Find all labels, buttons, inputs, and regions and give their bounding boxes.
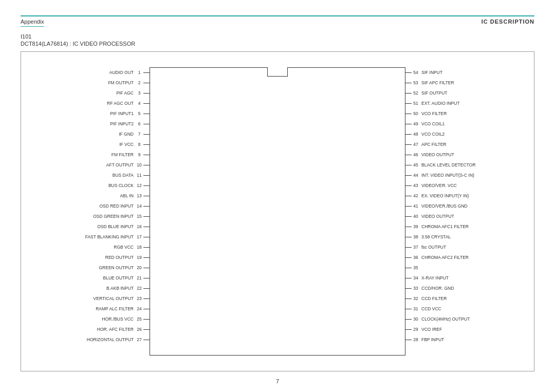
pin-line [405, 114, 412, 114]
pin-number: 27 [135, 337, 143, 342]
pin-number: 45 [412, 162, 420, 167]
pin-label: X-RAY INPUT [421, 275, 449, 281]
pin-label: FM OUTPUT [108, 80, 134, 85]
pin-number: 19 [135, 255, 143, 260]
pin-number: 17 [135, 234, 143, 239]
pin-number: 7 [135, 132, 143, 137]
pin-line [143, 196, 150, 196]
pin-number: 32 [412, 296, 420, 301]
pin-number: 51 [412, 101, 420, 106]
pin-number: 46 [412, 152, 420, 157]
ic-diagram: AUDIO OUT1FM OUTPUT2PIF AGC3RF AGC OUT4P… [36, 67, 519, 356]
component-info: I101 DCT814(LA76814) : IC VIDEO PROCESSO… [21, 33, 135, 47]
pin-row-right: 35 [405, 263, 519, 273]
pin-line [405, 144, 412, 145]
pin-number: 20 [135, 265, 143, 270]
pin-number: 37 [412, 245, 420, 250]
pin-row-left: OSD RED INPUT14 [36, 201, 150, 211]
pin-number: 28 [412, 337, 420, 342]
pin-label: EXT. AUDIO INPUT [421, 101, 460, 106]
pin-label: VIDEO OUTPUT [421, 152, 454, 157]
pin-number: 25 [135, 316, 143, 322]
pin-line [405, 329, 412, 330]
pin-number: 41 [412, 203, 420, 209]
pin-label: VCO IREF [421, 327, 442, 332]
pin-number: 42 [412, 193, 420, 198]
pin-number: 9 [135, 152, 143, 157]
pin-line [143, 155, 150, 155]
pin-label: PIF INPUT2 [110, 121, 134, 126]
pin-row-right: 44INT. VIDEO INPUT(S-C IN) [405, 170, 519, 180]
pin-line [405, 196, 412, 196]
pin-row-right: 33CCD/HOR. GND [405, 283, 519, 293]
pin-label: VIDEO OUTPUT [421, 214, 454, 219]
pin-row-left: OSD BLUE INPUT16 [36, 221, 150, 232]
pin-label: VERTICAL OUTPUT [94, 296, 134, 301]
pin-label: CLOCK(4MHz) OUTPUT [421, 316, 470, 322]
pin-row-right: 54SIF INPUT [405, 67, 519, 78]
pin-row-right: 29VCO IREF [405, 324, 519, 334]
pin-line [405, 340, 412, 340]
header-right-text: IC DESCRIPTION [482, 18, 534, 25]
pin-label: OSD GREEN INPUT [93, 214, 134, 219]
pin-label: HOR. AFC FILTER [97, 327, 134, 332]
pin-label: SIF APC FILTER [421, 80, 454, 85]
pin-label: BUS CLOCK [108, 183, 134, 188]
pin-number: 35 [412, 265, 420, 270]
pin-number: 3 [135, 90, 143, 96]
pin-label: BLACK LEVEL DETECTOR [421, 162, 475, 167]
pin-row-left: RAMP ALC FILTER24 [36, 304, 150, 314]
pin-line [405, 216, 412, 217]
pin-line [143, 175, 150, 176]
pin-line [405, 257, 412, 258]
pin-row-left: HOR. AFC FILTER26 [36, 324, 150, 334]
pin-label: RED OUTPUT [105, 255, 134, 260]
pin-line [405, 298, 412, 299]
pin-label: CCD/HOR. GND [421, 286, 454, 291]
pin-line [143, 237, 150, 237]
pin-row-left: RED OUTPUT19 [36, 252, 150, 263]
pin-line [143, 185, 150, 186]
pin-number: 13 [135, 193, 143, 198]
pin-row-left: BLUE OUTPUT21 [36, 273, 150, 283]
pin-line [405, 247, 412, 248]
pin-line [143, 83, 150, 83]
pin-label: VIDEO/VER./BUS GND [421, 203, 468, 209]
chip-body [150, 67, 405, 356]
pin-line [143, 227, 150, 227]
pin-line [143, 144, 150, 145]
pin-line [143, 298, 150, 299]
pin-number: 49 [412, 121, 420, 126]
pin-number: 24 [135, 306, 143, 311]
pin-number: 5 [135, 111, 143, 116]
pin-row-left: PIF AGC3 [36, 88, 150, 98]
pin-number: 2 [135, 80, 143, 85]
pin-number: 39 [412, 224, 420, 229]
pin-line [143, 257, 150, 258]
pin-row-left: IF GND7 [36, 129, 150, 139]
pin-label: 3.58 CRYSTAL [421, 234, 451, 239]
pin-label: AUDIO OUT [109, 70, 134, 75]
pin-number: 22 [135, 286, 143, 291]
pin-row-right: 31CCD VCC [405, 304, 519, 314]
pin-label: AFT OUTPUT [106, 162, 134, 167]
pin-row-left: BUS CLOCK12 [36, 180, 150, 191]
pin-line [143, 340, 150, 340]
pin-row-right: 34X-RAY INPUT [405, 273, 519, 283]
pin-label: PIF INPUT1 [110, 111, 134, 116]
page: Appendix IC DESCRIPTION I101 DCT814(LA76… [0, 0, 555, 392]
pin-number: 4 [135, 101, 143, 106]
pin-number: 30 [412, 316, 420, 322]
pin-row-right: 52SIF OUTPUT [405, 88, 519, 98]
pin-line [143, 247, 150, 248]
pin-label: CCD FILTER [421, 296, 447, 301]
pin-line [143, 309, 150, 309]
pin-number: 47 [412, 142, 420, 147]
pin-number: 52 [412, 90, 420, 96]
pin-label: RGB VCC [114, 245, 134, 250]
pin-line [405, 206, 412, 207]
pin-number: 23 [135, 296, 143, 301]
pin-label: GREEN OUTPUT [99, 265, 134, 270]
pin-label: EX. VIDEO INPUT(Y IN) [421, 193, 469, 198]
pin-row-left: AFT OUTPUT10 [36, 160, 150, 170]
